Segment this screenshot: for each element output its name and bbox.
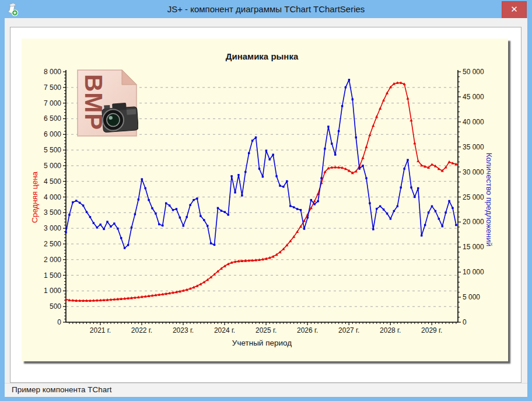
svg-text:5 000: 5 000 — [463, 293, 480, 301]
svg-text:5 500: 5 500 — [44, 146, 61, 154]
svg-text:2026 г.: 2026 г. — [297, 326, 318, 334]
svg-text:6 500: 6 500 — [44, 114, 61, 123]
svg-text:2025 г.: 2025 г. — [256, 326, 276, 334]
svg-text:20 000: 20 000 — [463, 218, 484, 226]
svg-text:3 000: 3 000 — [44, 224, 61, 232]
svg-text:2 000: 2 000 — [44, 256, 61, 264]
svg-text:0: 0 — [463, 318, 467, 326]
svg-text:50 000: 50 000 — [463, 68, 484, 76]
left-axis-title: Средняя цена — [30, 172, 39, 223]
svg-text:2022 г.: 2022 г. — [131, 326, 152, 334]
svg-text:25 000: 25 000 — [463, 193, 484, 201]
svg-text:2029 г.: 2029 г. — [421, 326, 442, 334]
app-window: JS+ - компонент диаграммы TChart TChartS… — [0, 0, 532, 401]
svg-text:5 000: 5 000 — [44, 162, 61, 170]
svg-text:45 000: 45 000 — [463, 93, 484, 101]
svg-text:2 500: 2 500 — [44, 240, 61, 248]
svg-text:8 000: 8 000 — [44, 68, 61, 76]
svg-text:2028 г.: 2028 г. — [380, 326, 401, 334]
svg-text:2023 г.: 2023 г. — [173, 326, 194, 334]
content-panel: 05001 0001 5002 0002 5003 0003 5004 0004… — [10, 27, 522, 383]
svg-text:10 000: 10 000 — [463, 268, 484, 276]
close-button[interactable]: ✕ — [502, 1, 527, 19]
x-axis-title: Учетный период — [66, 339, 458, 347]
chart-title: Динамика рынка — [66, 51, 458, 61]
bmp-page-fold — [122, 70, 136, 85]
svg-text:35 000: 35 000 — [463, 143, 484, 151]
svg-text:6 000: 6 000 — [44, 130, 61, 138]
svg-text:1 500: 1 500 — [44, 271, 61, 280]
bmp-image-overlay: BMP — [76, 69, 138, 137]
window-title: JS+ - компонент диаграммы TChart TChartS… — [0, 0, 532, 18]
status-text: Пример компонента TChart — [5, 383, 527, 396]
svg-text:7 500: 7 500 — [44, 83, 61, 92]
svg-text:3 500: 3 500 — [44, 208, 61, 217]
svg-text:2027 г.: 2027 г. — [338, 326, 359, 334]
right-axis-title: Количество предложений — [485, 153, 494, 247]
svg-text:2021 г.: 2021 г. — [90, 326, 111, 334]
chart-panel[interactable]: 05001 0001 5002 0002 5003 0003 5004 0004… — [22, 39, 508, 361]
svg-text:500: 500 — [50, 302, 61, 311]
titlebar[interactable]: JS+ - компонент диаграммы TChart TChartS… — [0, 0, 532, 18]
svg-text:7 000: 7 000 — [44, 99, 61, 107]
svg-text:1 000: 1 000 — [44, 287, 61, 295]
svg-text:0: 0 — [57, 318, 61, 326]
statusbar: Пример компонента TChart — [5, 383, 527, 397]
svg-text:2024 г.: 2024 г. — [214, 326, 235, 334]
svg-text:4 500: 4 500 — [44, 177, 61, 186]
svg-text:15 000: 15 000 — [463, 243, 484, 251]
svg-text:30 000: 30 000 — [463, 168, 484, 176]
svg-text:40 000: 40 000 — [463, 118, 484, 126]
svg-text:4 000: 4 000 — [44, 193, 61, 201]
workspace: 05001 0001 5002 0002 5003 0003 5004 0004… — [5, 18, 527, 383]
